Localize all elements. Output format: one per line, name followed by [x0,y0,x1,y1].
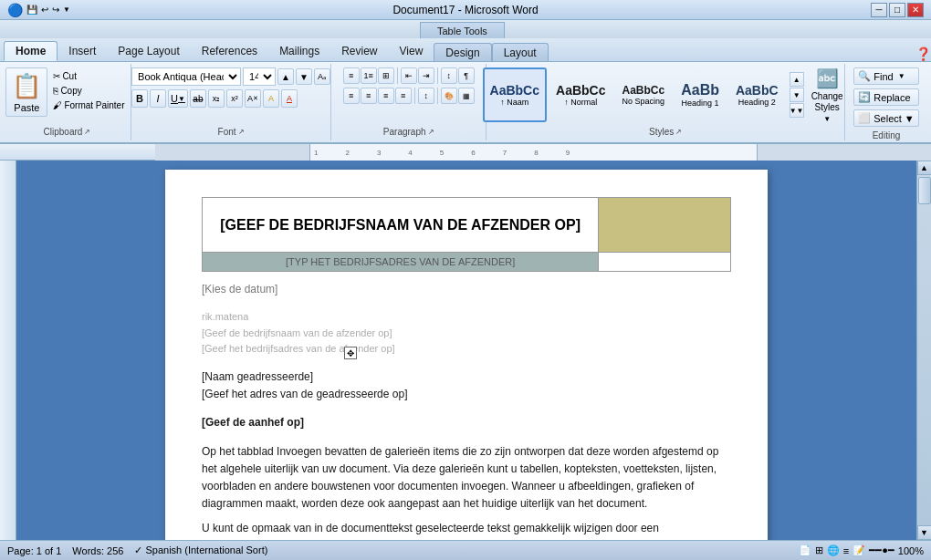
font-expand-icon[interactable]: ↗ [238,128,245,136]
clipboard-main: 📋 Paste ✂ Cut ⎘ Copy 🖌 Format Painter [5,67,128,117]
styles-scroll-up[interactable]: ▲ [790,72,804,87]
change-case-button[interactable]: Aₐ [314,68,330,85]
quick-access-dropdown[interactable]: ▼ [63,5,70,14]
clear-formatting-button[interactable]: A✕ [245,89,261,108]
paste-button[interactable]: 📋 Paste [5,67,47,117]
view-web-button[interactable]: 🌐 [827,544,840,556]
view-print-button[interactable]: 📄 [799,544,811,556]
help-icon[interactable]: ❓ [915,47,931,61]
tab-insert[interactable]: Insert [58,41,107,61]
font-size-select[interactable]: 14 [243,67,276,86]
styles-content: AaBbCc ↑ Naam AaBbCc ↑ Normal AaBbCc No … [481,66,851,127]
align-right-button[interactable]: ≡ [378,88,394,104]
cut-button[interactable]: ✂ Cut [49,69,128,83]
header-table: [GEEF DE BEDRIJFSNAAM VAN DE AFZENDER OP… [202,197,731,272]
style-preview-heading2: AaBbC [736,83,779,98]
style-item-heading2[interactable]: AaBbC Heading 2 [728,67,786,122]
styles-expand-icon[interactable]: ↗ [675,128,682,136]
decrease-indent-button[interactable]: ⇤ [401,67,417,84]
align-left-button[interactable]: ≡ [343,88,360,104]
increase-font-button[interactable]: ▲ [277,68,294,85]
tab-view[interactable]: View [389,41,434,61]
tab-layout[interactable]: Layout [492,43,549,61]
sort-button[interactable]: ↕ [441,67,457,84]
superscript-button[interactable]: x² [226,89,243,108]
styles-label: Styles ↗ [490,127,841,139]
minimize-button[interactable]: ─ [871,3,887,17]
language-indicator[interactable]: ✓ Spanish (International Sort) [134,544,267,556]
format-painter-button[interactable]: 🖌 Format Painter [49,99,128,112]
scroll-up-button[interactable]: ▲ [917,161,932,175]
document-scroll[interactable]: ✥ [GEEF DE BEDRIJFSNAAM VAN DE AFZENDER … [16,161,916,540]
replace-button[interactable]: 🔄 Replace [853,88,919,106]
close-button[interactable]: ✕ [907,3,924,17]
company-name-cell[interactable]: [GEEF DE BEDRIJFSNAAM VAN DE AFZENDER OP… [203,198,599,253]
paragraph-expand-icon[interactable]: ↗ [428,128,434,136]
salutation-field[interactable]: [Geef de aanhef op] [202,414,731,431]
find-button[interactable]: 🔍 Find ▼ [853,67,919,85]
styles-scroll-controls: ▲ ▼ ▼▼ [790,72,804,118]
subscript-button[interactable]: x₂ [208,89,225,108]
style-item-heading1[interactable]: AaBb Heading 1 [674,67,727,122]
company-address-cell[interactable]: [TYP HET BEDRIJFSADRES VAN DE AFZENDER] [203,253,599,272]
select-button[interactable]: ⬜ Select ▼ [853,109,919,127]
addressee-address[interactable]: [Geef het adres van de geadresseerde op] [202,386,731,403]
styles-scroll-more[interactable]: ▼▼ [790,103,804,118]
quick-access-redo[interactable]: ↪ [52,5,59,15]
change-styles-button[interactable]: 🔤 ChangeStyles ▼ [806,67,849,122]
align-center-button[interactable]: ≡ [361,88,377,104]
increase-indent-button[interactable]: ⇥ [418,67,434,84]
tab-mailings[interactable]: Mailings [268,41,330,61]
replace-icon: 🔄 [858,91,871,103]
show-hide-button[interactable]: ¶ [458,67,475,84]
date-field[interactable]: [Kies de datum] [202,281,731,298]
font-color-button[interactable]: A [281,89,298,108]
bold-button[interactable]: B [131,89,148,108]
logo-cell [599,198,731,253]
font-family-select[interactable]: Book Antiqua (Heading [131,67,241,86]
text-highlight-button[interactable]: A [263,89,279,108]
numbering-button[interactable]: 1≡ [361,67,377,84]
vertical-scrollbar[interactable]: ▲ ▼ [916,161,931,540]
quick-access-save[interactable]: 💾 [26,5,37,15]
strikethrough-button[interactable]: ab [190,89,206,108]
scroll-thumb[interactable] [918,177,931,204]
underline-button[interactable]: U▼ [168,89,188,108]
quick-access-undo[interactable]: ↩ [41,5,48,15]
tab-home[interactable]: Home [4,41,58,61]
tab-page-layout[interactable]: Page Layout [107,41,190,61]
style-item-naam[interactable]: AaBbCc ↑ Naam [483,67,547,122]
styles-scroll-down[interactable]: ▼ [790,88,804,102]
document-content: [Kies de datum] rik.matena [Geef de bedr… [202,281,731,537]
vertical-ruler [0,161,16,540]
line-spacing-button[interactable]: ↕ [418,88,434,104]
sender-company-placeholder[interactable]: [Geef de bedrijfsnaam van de afzender op… [202,326,731,342]
word-count: Words: 256 [72,545,123,556]
sender-name[interactable]: rik.matena [202,309,731,326]
zoom-slider[interactable]: ━━●━ [869,544,894,556]
style-item-normal[interactable]: AaBbCc ↑ Normal [549,67,612,122]
multilevel-button[interactable]: ⊞ [378,67,394,84]
tab-design[interactable]: Design [434,43,491,61]
view-fullscreen-button[interactable]: ⊞ [815,544,823,556]
scroll-down-button[interactable]: ▼ [917,525,932,540]
copy-button[interactable]: ⎘ Copy [49,84,128,98]
restore-button[interactable]: □ [889,3,905,17]
table-move-handle[interactable]: ✥ [344,347,357,359]
view-outline-button[interactable]: ≡ [843,545,849,556]
sender-address-placeholder[interactable]: [Geef het bedrijfsadres van de afzender … [202,341,731,358]
font-row2: B I U▼ ab x₂ x² A✕ A A [131,89,298,108]
shading-button[interactable]: 🎨 [441,88,457,104]
style-item-no-spacing[interactable]: AaBbCc No Spacing [614,67,672,122]
justify-button[interactable]: ≡ [395,88,412,104]
clipboard-expand-icon[interactable]: ↗ [84,128,90,136]
tab-review[interactable]: Review [330,41,388,61]
decrease-font-button[interactable]: ▼ [296,68,312,85]
italic-button[interactable]: I [150,89,166,108]
view-draft-button[interactable]: 📝 [853,544,865,556]
company-address-text: [TYP HET BEDRIJFSADRES VAN DE AFZENDER] [286,256,515,267]
addressee-name[interactable]: [Naam geadresseerde] [202,368,731,386]
tab-references[interactable]: References [191,41,268,61]
bullets-button[interactable]: ≡ [343,67,360,84]
borders-button[interactable]: ▦ [458,88,475,104]
